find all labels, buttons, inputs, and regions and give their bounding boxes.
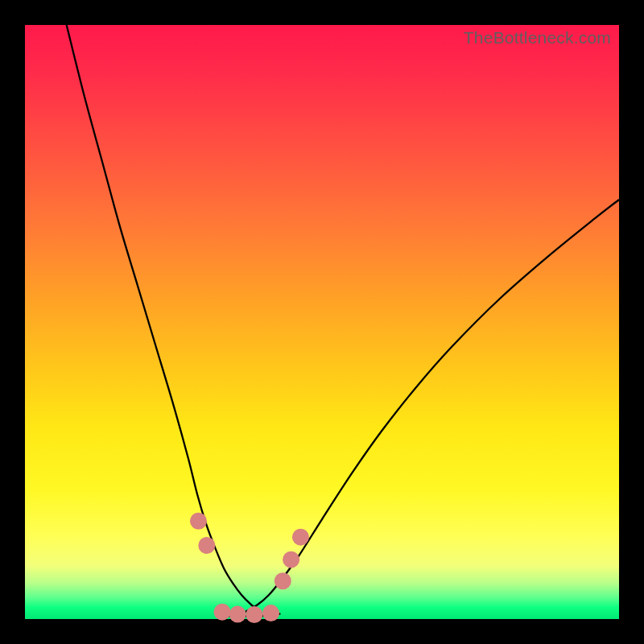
data-marker	[214, 604, 231, 621]
data-marker	[262, 605, 279, 621]
chart-frame: TheBottleneck.com	[0, 0, 644, 644]
data-marker	[229, 606, 246, 623]
curve-layer	[25, 25, 619, 619]
data-marker	[246, 606, 262, 623]
plot-area: TheBottleneck.com	[25, 25, 619, 619]
data-marker	[283, 551, 299, 568]
curve-left-branch	[67, 25, 260, 611]
curve-right-branch	[245, 200, 619, 612]
data-marker	[198, 537, 215, 554]
data-marker	[292, 529, 309, 546]
data-marker	[275, 572, 291, 589]
data-marker	[190, 513, 207, 530]
